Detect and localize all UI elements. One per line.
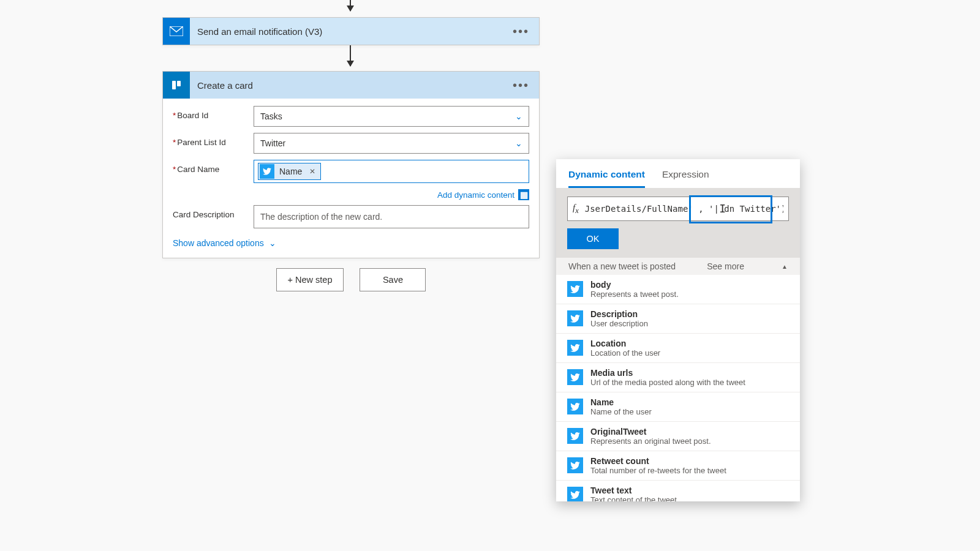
card-description-label: Card Description: [173, 205, 254, 219]
add-dynamic-plus-icon[interactable]: ▦: [518, 189, 529, 200]
dynamic-content-popover: Dynamic content Expression fx JserDetail…: [556, 159, 800, 501]
dynamic-item-title: Media urls: [590, 368, 745, 378]
caret-up-icon[interactable]: ▲: [782, 263, 788, 270]
twitter-icon: [567, 487, 583, 501]
dynamic-item-title: body: [590, 280, 679, 290]
add-dynamic-content-link[interactable]: Add dynamic content: [437, 190, 514, 200]
dynamic-item-desc: Location of the user: [590, 348, 660, 358]
card-name-input[interactable]: Name ✕: [254, 160, 529, 183]
expression-text: JserDetails/FullName' , '| dn Twitter'): [585, 204, 783, 214]
dynamic-item-desc: Represents an original tweet post.: [590, 437, 711, 446]
svg-rect-2: [172, 81, 176, 89]
trello-icon: [163, 72, 190, 99]
card-description-input[interactable]: The description of the new card.: [254, 205, 529, 228]
tab-dynamic-content[interactable]: Dynamic content: [568, 169, 645, 188]
token-label: Name: [279, 167, 302, 176]
twitter-icon: [567, 340, 583, 356]
action-trello-header[interactable]: Create a card •••: [163, 72, 539, 99]
chevron-down-icon: ⌄: [269, 238, 276, 248]
parent-list-label: *Parent List Id: [173, 133, 254, 147]
card-name-label: *Card Name: [173, 160, 254, 174]
show-advanced-options-link[interactable]: Show advanced options ⌄: [173, 238, 276, 248]
dynamic-content-item[interactable]: Retweet countTotal number of re-tweets f…: [556, 451, 800, 481]
ok-button[interactable]: OK: [567, 228, 619, 249]
dynamic-item-title: Retweet count: [590, 456, 726, 466]
dynamic-content-item[interactable]: bodyRepresents a tweet post.: [556, 275, 800, 304]
dynamic-content-item[interactable]: OriginalTweetRepresents an original twee…: [556, 422, 800, 451]
mail-icon: [163, 18, 190, 45]
action-email-more-button[interactable]: •••: [510, 24, 532, 39]
dynamic-content-item[interactable]: Media urlsUrl of the media posted along …: [556, 363, 800, 392]
source-header-label: When a new tweet is posted: [568, 261, 676, 271]
dynamic-content-list[interactable]: bodyRepresents a tweet post.DescriptionU…: [556, 275, 800, 501]
twitter-icon: [567, 399, 583, 414]
parent-list-value: Twitter: [260, 138, 285, 148]
flow-arrow-icon: [350, 0, 351, 11]
action-trello-step: Create a card ••• *Board Id Tasks ⌄ *Par…: [162, 71, 540, 258]
dynamic-item-desc: Total number of re-tweets for the tweet: [590, 466, 726, 475]
new-step-button[interactable]: + New step: [276, 268, 344, 291]
board-id-value: Tasks: [260, 111, 282, 121]
dynamic-token-name[interactable]: Name ✕: [258, 163, 321, 180]
expression-input[interactable]: fx JserDetails/FullName' , '| dn Twitter…: [567, 197, 789, 221]
action-trello-title: Create a card: [197, 80, 510, 91]
dynamic-item-title: Description: [590, 309, 648, 319]
twitter-icon: [567, 457, 583, 473]
flow-arrow-icon: [350, 45, 351, 66]
dynamic-content-item[interactable]: Tweet textText content of the tweet: [556, 481, 800, 501]
action-trello-more-button[interactable]: •••: [510, 78, 532, 92]
twitter-icon: [567, 428, 583, 444]
board-id-label: *Board Id: [173, 106, 254, 120]
chevron-down-icon: ⌄: [515, 138, 522, 148]
dynamic-item-title: OriginalTweet: [590, 427, 711, 437]
save-button[interactable]: Save: [360, 268, 426, 291]
token-remove-button[interactable]: ✕: [309, 167, 315, 176]
dynamic-item-desc: Url of the media posted along with the t…: [590, 378, 745, 387]
dynamic-item-desc: Name of the user: [590, 407, 652, 416]
see-more-link[interactable]: See more: [707, 261, 744, 271]
dynamic-item-desc: Represents a tweet post.: [590, 290, 679, 299]
twitter-icon: [567, 310, 583, 326]
dynamic-item-title: Tweet text: [590, 485, 677, 495]
board-id-select[interactable]: Tasks ⌄: [254, 106, 529, 127]
action-email-step[interactable]: Send an email notification (V3) •••: [162, 17, 540, 45]
dynamic-item-title: Location: [590, 339, 660, 348]
twitter-icon: [567, 369, 583, 385]
card-description-placeholder: The description of the new card.: [260, 212, 382, 222]
parent-list-select[interactable]: Twitter ⌄: [254, 133, 529, 154]
dynamic-content-item[interactable]: DescriptionUser description: [556, 304, 800, 334]
dynamic-item-desc: Text content of the tweet: [590, 495, 677, 501]
tab-expression[interactable]: Expression: [662, 169, 709, 188]
chevron-down-icon: ⌄: [515, 111, 522, 121]
twitter-icon: [260, 164, 274, 179]
dynamic-content-item[interactable]: NameName of the user: [556, 392, 800, 422]
svg-rect-3: [177, 81, 181, 86]
dynamic-item-desc: User description: [590, 319, 648, 328]
action-email-title: Send an email notification (V3): [197, 26, 510, 37]
dynamic-content-item[interactable]: LocationLocation of the user: [556, 334, 800, 363]
dynamic-item-title: Name: [590, 397, 652, 407]
fx-icon: fx: [573, 203, 579, 216]
twitter-icon: [567, 281, 583, 297]
